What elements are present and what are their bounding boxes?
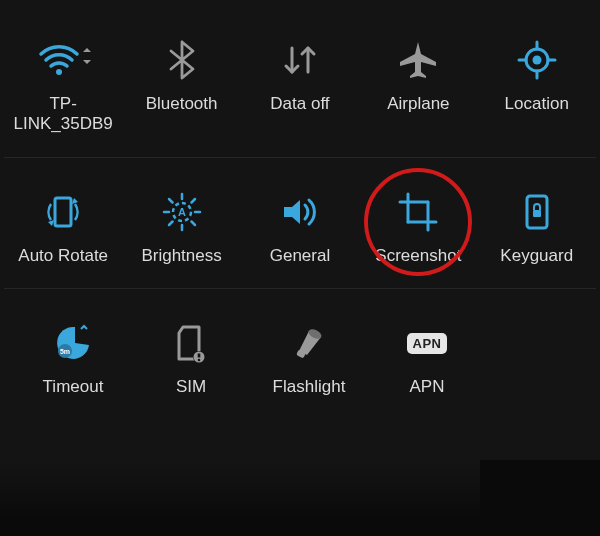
bluetooth-tile[interactable]: Bluetooth [123, 34, 241, 114]
sound-icon [278, 186, 322, 238]
svg-point-35 [198, 359, 201, 362]
auto-rotate-tile[interactable]: Auto Rotate [4, 186, 122, 266]
location-tile[interactable]: Location [478, 34, 596, 114]
timeout-label: Timeout [43, 377, 104, 397]
rotate-icon [40, 186, 86, 238]
keyguard-tile[interactable]: Keyguard [478, 186, 596, 266]
quick-settings-row-1: TP- LINK_35DB9 Bluetooth Data off [4, 24, 596, 158]
svg-point-0 [56, 69, 62, 75]
svg-marker-12 [48, 220, 54, 226]
keyguard-icon [515, 186, 559, 238]
svg-line-20 [169, 199, 173, 203]
screenshot-label: Screenshot [375, 246, 461, 266]
svg-marker-2 [83, 60, 91, 64]
quick-settings-row-2: Auto Rotate A [4, 158, 596, 289]
svg-rect-34 [198, 354, 201, 358]
svg-text:A: A [178, 206, 186, 218]
data-tile[interactable]: Data off [241, 34, 359, 114]
keyguard-label: Keyguard [500, 246, 573, 266]
location-label: Location [505, 94, 569, 114]
svg-rect-29 [533, 210, 541, 217]
bluetooth-icon [167, 34, 197, 86]
screenshot-tile[interactable]: Screenshot [359, 186, 477, 266]
auto-rotate-label: Auto Rotate [18, 246, 108, 266]
svg-point-6 [532, 56, 541, 65]
panel-shadow [0, 460, 480, 520]
location-icon [515, 34, 559, 86]
data-off-icon [278, 34, 322, 86]
svg-marker-13 [72, 198, 78, 204]
timeout-icon: 5m [51, 317, 95, 369]
quick-settings-row-3: 5m Timeout SIM [4, 289, 596, 419]
apn-tile[interactable]: APN APN [368, 317, 486, 397]
airplane-tile[interactable]: Airplane [359, 34, 477, 114]
brightness-icon: A [160, 186, 204, 238]
apn-label: APN [410, 377, 445, 397]
wifi-tile[interactable]: TP- LINK_35DB9 [4, 34, 122, 135]
svg-line-23 [191, 199, 195, 203]
bluetooth-label: Bluetooth [146, 94, 218, 114]
apn-icon: APN [407, 317, 448, 369]
sim-icon [169, 317, 213, 369]
sound-label: General [270, 246, 330, 266]
quick-settings-panel: TP- LINK_35DB9 Bluetooth Data off [0, 0, 600, 460]
wifi-icon [33, 34, 93, 86]
airplane-label: Airplane [387, 94, 449, 114]
sound-tile[interactable]: General [241, 186, 359, 266]
sim-label: SIM [176, 377, 206, 397]
svg-rect-11 [55, 198, 71, 226]
screenshot-icon [396, 186, 440, 238]
svg-marker-1 [83, 48, 91, 52]
airplane-icon [396, 34, 440, 86]
data-label: Data off [270, 94, 329, 114]
flashlight-label: Flashlight [273, 377, 346, 397]
sim-tile[interactable]: SIM [132, 317, 250, 397]
svg-line-22 [169, 221, 173, 225]
svg-text:5m: 5m [60, 348, 70, 355]
apn-badge: APN [407, 333, 448, 354]
brightness-tile[interactable]: A Brightness [123, 186, 241, 266]
wifi-label: TP- LINK_35DB9 [14, 94, 113, 135]
svg-line-21 [191, 221, 195, 225]
brightness-label: Brightness [141, 246, 221, 266]
flashlight-icon [287, 317, 331, 369]
timeout-tile[interactable]: 5m Timeout [14, 317, 132, 397]
flashlight-tile[interactable]: Flashlight [250, 317, 368, 397]
